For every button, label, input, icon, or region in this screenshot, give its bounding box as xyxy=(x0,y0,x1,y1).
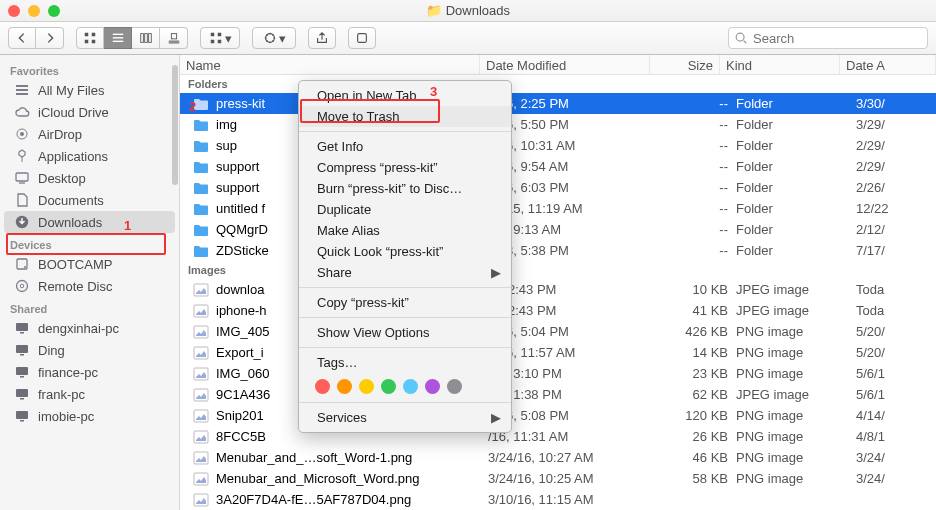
tag-color-swatch[interactable] xyxy=(447,379,462,394)
file-date-added: Toda xyxy=(848,303,936,318)
arrange-menu-button[interactable]: ▾ xyxy=(200,27,240,49)
col-name[interactable]: Name xyxy=(180,55,480,74)
sidebar-item-ding[interactable]: Ding xyxy=(0,339,179,361)
col-date-added[interactable]: Date A xyxy=(840,55,936,74)
table-row[interactable]: img 9/16, 5:50 PM -- Folder 3/29/ xyxy=(180,114,936,135)
pc-icon xyxy=(14,342,30,358)
sidebar-item-finance-pc[interactable]: finance-pc xyxy=(0,361,179,383)
sidebar-item-desktop[interactable]: Desktop xyxy=(0,167,179,189)
col-size[interactable]: Size xyxy=(650,55,720,74)
sidebar-scrollbar[interactable] xyxy=(172,65,178,185)
file-kind: PNG image xyxy=(728,345,848,360)
table-row[interactable]: QQMgrD /15, 9:13 AM -- Folder 2/12/ xyxy=(180,219,936,240)
menu-item-move-to-trash[interactable]: Move to Trash xyxy=(299,106,511,127)
file-date: 9/16, 5:50 PM xyxy=(488,117,658,132)
menu-item-open-in-new-tab[interactable]: Open in New Tab xyxy=(299,85,511,106)
folder-icon xyxy=(192,118,210,132)
table-row[interactable]: support 6/16, 6:03 PM -- Folder 2/26/ xyxy=(180,177,936,198)
tag-color-swatch[interactable] xyxy=(403,379,418,394)
menu-item-share[interactable]: Share▶ xyxy=(299,262,511,283)
svg-rect-37 xyxy=(16,389,28,397)
table-row[interactable]: downloa ay, 2:43 PM 10 KB JPEG image Tod… xyxy=(180,279,936,300)
file-size: -- xyxy=(658,180,728,195)
menu-item-make-alias[interactable]: Make Alias xyxy=(299,220,511,241)
submenu-arrow-icon: ▶ xyxy=(491,265,501,280)
view-columns-button[interactable] xyxy=(132,27,160,49)
table-row[interactable]: Menubar_and_Microsoft_Word.png 3/24/16, … xyxy=(180,468,936,489)
menu-item-compress-press-kit[interactable]: Compress “press-kit” xyxy=(299,157,511,178)
svg-rect-48 xyxy=(194,431,208,443)
view-coverflow-button[interactable] xyxy=(160,27,188,49)
sidebar-item-documents[interactable]: Documents xyxy=(0,189,179,211)
table-row[interactable]: support 9/16, 9:54 AM -- Folder 2/29/ xyxy=(180,156,936,177)
table-row[interactable]: IMG_405 0/16, 5:04 PM 426 KB PNG image 5… xyxy=(180,321,936,342)
file-date: ay, 2:43 PM xyxy=(488,303,658,318)
sidebar-item-dengxinhai-pc[interactable]: dengxinhai-pc xyxy=(0,317,179,339)
tag-color-swatch[interactable] xyxy=(359,379,374,394)
table-row[interactable]: Snip201 4/16, 5:08 PM 120 KB PNG image 4… xyxy=(180,405,936,426)
svg-rect-10 xyxy=(171,34,176,39)
sidebar-item-applications[interactable]: Applications xyxy=(0,145,179,167)
tag-color-swatch[interactable] xyxy=(425,379,440,394)
search-input[interactable] xyxy=(728,27,928,49)
file-kind: Folder xyxy=(728,159,848,174)
tag-color-swatch[interactable] xyxy=(337,379,352,394)
sidebar-item-all-my-files[interactable]: All My Files xyxy=(0,79,179,101)
action-menu-button[interactable]: ▾ xyxy=(252,27,296,49)
tag-color-swatch[interactable] xyxy=(315,379,330,394)
svg-rect-2 xyxy=(85,40,89,44)
svg-point-23 xyxy=(20,132,24,136)
table-row[interactable]: ZDSticke 7/13, 5:38 PM -- Folder 7/17/ xyxy=(180,240,936,261)
menu-item-services[interactable]: Services▶ xyxy=(299,407,511,428)
sidebar-item-icloud-drive[interactable]: iCloud Drive xyxy=(0,101,179,123)
tags-button[interactable] xyxy=(348,27,376,49)
table-row[interactable]: iphone-h ay, 2:43 PM 41 KB JPEG image To… xyxy=(180,300,936,321)
svg-point-29 xyxy=(17,281,28,292)
sidebar-item-remote-disc[interactable]: Remote Disc xyxy=(0,275,179,297)
sidebar-section-header: Devices xyxy=(0,233,179,253)
sidebar-item-label: iCloud Drive xyxy=(38,105,109,120)
image-file-icon xyxy=(192,283,210,297)
file-date: /16, 1:38 PM xyxy=(488,387,658,402)
table-row[interactable]: 9C1A436 /16, 1:38 PM 62 KB JPEG image 5/… xyxy=(180,384,936,405)
menu-item-duplicate[interactable]: Duplicate xyxy=(299,199,511,220)
table-row[interactable]: 3A20F7D4A-fE…5AF787D04.png 3/10/16, 11:1… xyxy=(180,489,936,510)
table-row[interactable]: press-kit 0/16, 2:25 PM -- Folder 3/30/ xyxy=(180,93,936,114)
file-kind: Folder xyxy=(728,96,848,111)
sidebar-item-downloads[interactable]: Downloads xyxy=(4,211,175,233)
sidebar-item-label: Applications xyxy=(38,149,108,164)
menu-item-tags[interactable]: Tags… xyxy=(299,352,511,373)
col-kind[interactable]: Kind xyxy=(720,55,840,74)
table-row[interactable]: untitled f 22/15, 11:19 AM -- Folder 12/… xyxy=(180,198,936,219)
forward-button[interactable] xyxy=(36,27,64,49)
file-kind: Folder xyxy=(728,222,848,237)
share-button[interactable] xyxy=(308,27,336,49)
sidebar-item-airdrop[interactable]: AirDrop xyxy=(0,123,179,145)
view-icons-button[interactable] xyxy=(76,27,104,49)
file-date: 9/16, 10:31 AM xyxy=(488,138,658,153)
sidebar-item-imobie-pc[interactable]: imobie-pc xyxy=(0,405,179,427)
menu-item-quick-look-press-kit[interactable]: Quick Look “press-kit” xyxy=(299,241,511,262)
file-kind: Folder xyxy=(728,201,848,216)
svg-rect-15 xyxy=(210,40,214,44)
all-files-icon xyxy=(14,82,30,98)
table-row[interactable]: IMG_060 /16, 3:10 PM 23 KB PNG image 5/6… xyxy=(180,363,936,384)
table-row[interactable]: Menubar_and_…soft_Word-1.png 3/24/16, 10… xyxy=(180,447,936,468)
sidebar-item-frank-pc[interactable]: frank-pc xyxy=(0,383,179,405)
view-list-button[interactable] xyxy=(104,27,132,49)
menu-item-get-info[interactable]: Get Info xyxy=(299,136,511,157)
menu-item-burn-press-kit-to-disc[interactable]: Burn “press-kit” to Disc… xyxy=(299,178,511,199)
table-row[interactable]: sup 9/16, 10:31 AM -- Folder 2/29/ xyxy=(180,135,936,156)
close-window-button[interactable] xyxy=(8,5,20,17)
sidebar-item-bootcamp[interactable]: BOOTCAMP xyxy=(0,253,179,275)
back-button[interactable] xyxy=(8,27,36,49)
table-row[interactable]: Export_i 0/16, 11:57 AM 14 KB PNG image … xyxy=(180,342,936,363)
zoom-window-button[interactable] xyxy=(48,5,60,17)
menu-item-show-view-options[interactable]: Show View Options xyxy=(299,322,511,343)
submenu-arrow-icon: ▶ xyxy=(491,410,501,425)
tag-color-swatch[interactable] xyxy=(381,379,396,394)
col-date-modified[interactable]: Date Modified xyxy=(480,55,650,74)
table-row[interactable]: 8FCC5B /16, 11:31 AM 26 KB PNG image 4/8… xyxy=(180,426,936,447)
minimize-window-button[interactable] xyxy=(28,5,40,17)
menu-item-copy-press-kit[interactable]: Copy “press-kit” xyxy=(299,292,511,313)
